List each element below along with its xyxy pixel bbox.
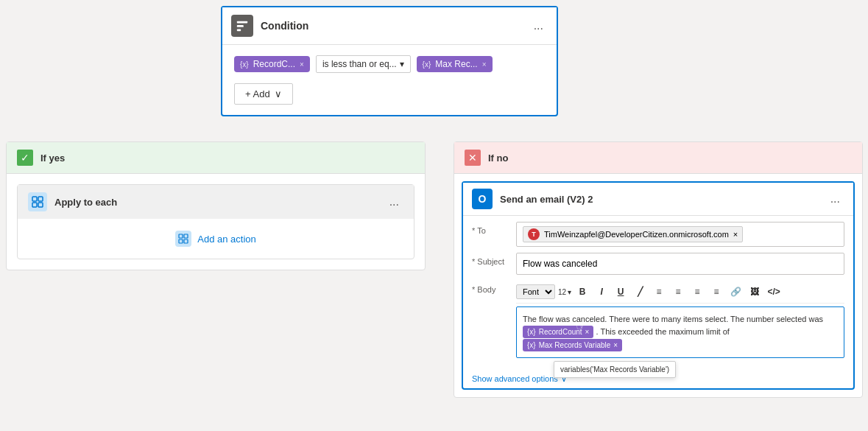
italic-btn[interactable]: I — [593, 284, 610, 300]
svg-rect-5 — [32, 203, 37, 207]
font-size-value: 12 — [558, 288, 566, 296]
to-row: * To T TimWeinzapfel@DeveloperCitizen.on… — [472, 222, 844, 247]
svg-rect-6 — [38, 203, 43, 207]
svg-rect-3 — [32, 197, 37, 201]
max-records-pill-icon: {x} — [527, 340, 536, 351]
if-yes-panel: ✓ If yes Apply to each ... — [6, 141, 426, 270]
condition-pill-2[interactable]: {x} Max Rec... × — [417, 56, 493, 72]
to-avatar: T — [528, 228, 540, 240]
record-count-pill-icon: {x} — [527, 326, 536, 337]
email-form: * To T TimWeinzapfel@DeveloperCitizen.on… — [463, 216, 853, 370]
code-btn[interactable]: </> — [766, 284, 782, 300]
add-chevron: ∨ — [275, 88, 282, 99]
outdent-btn[interactable]: ≡ — [708, 284, 724, 300]
if-yes-header: ✓ If yes — [7, 142, 425, 174]
send-email-title: Send an email (V2) 2 — [500, 194, 826, 205]
image-btn[interactable]: 🖼 — [747, 284, 763, 300]
to-email: TimWeinzapfel@DeveloperCitizen.onmicroso… — [544, 230, 729, 239]
font-size-chevron: ▾ — [568, 288, 571, 296]
body-content-area[interactable]: The flow was canceled. There were to man… — [516, 306, 844, 358]
max-records-close[interactable]: × — [613, 340, 618, 351]
svg-rect-2 — [237, 29, 241, 32]
condition-title: Condition — [261, 20, 529, 32]
font-size-group: 12 ▾ — [558, 288, 571, 296]
bold-btn[interactable]: B — [574, 284, 590, 300]
to-tag: T TimWeinzapfel@DeveloperCitizen.onmicro… — [523, 226, 743, 242]
add-action-icon — [175, 231, 191, 247]
svg-rect-8 — [184, 234, 188, 238]
operator-chevron: ▾ — [400, 59, 404, 69]
pill-1-icon: {x} — [240, 60, 249, 69]
if-yes-icon: ✓ — [17, 150, 33, 166]
svg-rect-7 — [179, 234, 183, 238]
to-field[interactable]: T TimWeinzapfel@DeveloperCitizen.onmicro… — [516, 222, 844, 247]
if-yes-title: If yes — [40, 153, 65, 164]
font-select[interactable]: Font — [516, 284, 555, 299]
pill-1-close[interactable]: × — [300, 60, 304, 69]
max-records-label: Max Records Variable — [539, 340, 611, 351]
svg-rect-9 — [179, 239, 183, 243]
svg-rect-10 — [184, 239, 188, 243]
subject-field[interactable]: Flow was canceled — [516, 253, 844, 275]
condition-header: Condition ... — [222, 7, 557, 45]
strikethrough-btn[interactable]: ╱ — [632, 284, 648, 300]
cursor-pointer-icon: ☞ — [576, 318, 586, 335]
subject-row: * Subject Flow was canceled — [472, 253, 844, 275]
body-text-before: The flow was canceled. There were to man… — [523, 315, 823, 323]
pill-1-label: RecordC... — [253, 59, 295, 69]
if-no-panel: ✕ If no O Send an email (V2) 2 ... * To … — [454, 141, 863, 398]
link-btn[interactable]: 🔗 — [727, 284, 744, 300]
underline-btn[interactable]: U — [613, 284, 629, 300]
apply-to-each-block: Apply to each ... Add an action — [17, 184, 414, 259]
send-email-header: O Send an email (V2) 2 ... — [463, 183, 853, 216]
condition-icon — [231, 15, 253, 37]
canvas: Condition ... {x} RecordC... × is less t… — [0, 0, 868, 431]
if-no-title: If no — [488, 153, 508, 164]
apply-icon — [28, 192, 47, 211]
body-text-middle: . This exceeded the maximum limit of — [596, 327, 730, 336]
apply-ellipsis-btn[interactable]: ... — [385, 194, 403, 210]
add-action-label: Add an action — [197, 234, 256, 245]
condition-block: Condition ... {x} RecordC... × is less t… — [221, 6, 558, 116]
body-toolbar: Font 12 ▾ B I U ╱ ≡ ≡ ≡ — [516, 281, 844, 304]
apply-header: Apply to each ... — [18, 185, 414, 219]
body-label: * Body — [472, 281, 509, 294]
pill-2-icon: {x} — [423, 60, 431, 69]
outlook-icon: O — [472, 189, 493, 209]
subject-label: * Subject — [472, 253, 509, 266]
svg-rect-1 — [237, 25, 244, 27]
to-label: * To — [472, 222, 509, 235]
show-advanced-label: Show advanced options — [472, 374, 558, 383]
tooltip-popup: variables('Max Records Variable') — [554, 361, 676, 378]
body-row: * Body Font 12 ▾ B I — [472, 281, 844, 358]
bullet-list-btn[interactable]: ≡ — [651, 284, 667, 300]
tooltip-text: variables('Max Records Variable') — [560, 365, 669, 374]
send-email-card: O Send an email (V2) 2 ... * To T TimWei… — [462, 181, 855, 390]
svg-rect-0 — [237, 21, 247, 24]
if-no-icon: ✕ — [465, 150, 481, 166]
body-container: Font 12 ▾ B I U ╱ ≡ ≡ ≡ — [516, 281, 844, 358]
subject-value: Flow was canceled — [523, 259, 597, 269]
max-records-tag[interactable]: {x} Max Records Variable × ☞ — [523, 339, 622, 351]
operator-label: is less than or eq... — [322, 59, 397, 69]
if-no-header: ✕ If no — [454, 142, 862, 174]
condition-ellipsis-btn[interactable]: ... — [529, 18, 548, 34]
add-button[interactable]: + Add ∨ — [234, 83, 293, 105]
pill-2-label: Max Rec... — [435, 59, 477, 69]
send-email-ellipsis[interactable]: ... — [826, 191, 844, 207]
condition-body: {x} RecordC... × is less than or eq... ▾… — [222, 45, 557, 83]
apply-title: Apply to each — [54, 197, 385, 208]
pill-2-close[interactable]: × — [482, 60, 487, 69]
indent-btn[interactable]: ≡ — [689, 284, 705, 300]
svg-rect-4 — [38, 197, 43, 201]
condition-pill-1[interactable]: {x} RecordC... × — [234, 56, 310, 72]
add-action-btn[interactable]: Add an action — [18, 219, 414, 259]
operator-dropdown[interactable]: is less than or eq... ▾ — [316, 55, 411, 73]
to-close[interactable]: × — [733, 230, 738, 239]
numbered-list-btn[interactable]: ≡ — [670, 284, 686, 300]
add-label: + Add — [245, 88, 270, 99]
